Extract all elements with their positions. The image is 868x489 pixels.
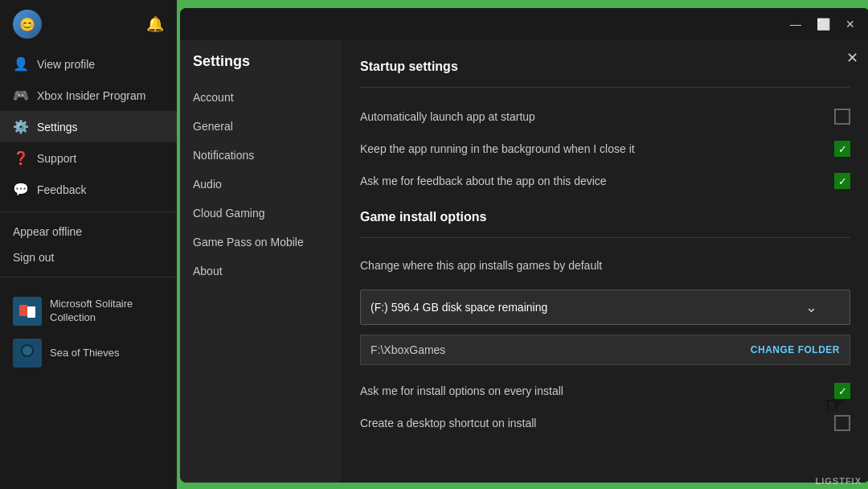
change-folder-button[interactable]: CHANGE FOLDER <box>751 344 840 355</box>
sidebar-games-divider <box>0 277 177 277</box>
feedback-checkbox[interactable]: ✓ <box>834 173 850 189</box>
settings-icon: ⚙️ <box>13 119 29 134</box>
sidebar-games: Microsoft SolitaireCollection Sea of Thi… <box>0 290 177 374</box>
desktop-shortcut-checkbox[interactable] <box>834 415 850 431</box>
sidebar-item-label: View profile <box>37 58 95 71</box>
window-content: Settings Account General Notifications A… <box>180 40 868 483</box>
feedback-icon: 💬 <box>13 182 29 197</box>
setting-keep-running: Keep the app running in the background w… <box>360 133 850 165</box>
settings-nav-notifications[interactable]: Notifications <box>180 141 341 170</box>
settings-nav-game-pass-mobile[interactable]: Game Pass on Mobile <box>180 228 341 257</box>
sidebar-item-support[interactable]: ❓ Support <box>0 142 177 174</box>
avatar-container: 😊 <box>13 10 42 39</box>
auto-launch-checkbox[interactable] <box>834 109 850 125</box>
setting-desktop-shortcut: Create a desktop shortcut on install <box>360 407 850 439</box>
setting-feedback: Ask me for feedback about the app on thi… <box>360 165 850 197</box>
settings-sidebar: Settings Account General Notifications A… <box>180 40 341 483</box>
title-bar-controls: — ⬜ ✕ <box>783 13 863 35</box>
settings-nav-about[interactable]: About <box>180 257 341 286</box>
keep-running-checkbox[interactable]: ✓ <box>834 141 850 157</box>
sidebar-item-label: Support <box>37 152 76 165</box>
sidebar-item-label: Settings <box>37 121 78 134</box>
main-window: — ⬜ ✕ Settings Account General Notificat… <box>180 8 868 483</box>
game-install-divider <box>360 237 850 238</box>
avatar[interactable]: 😊 <box>13 10 42 39</box>
drive-dropdown-value: (F:) 596.4 GB disk space remaining <box>371 301 547 314</box>
game-install-section-title: Game install options <box>360 210 850 224</box>
keep-running-label: Keep the app running in the background w… <box>360 142 834 155</box>
profile-icon: 👤 <box>13 56 29 72</box>
change-location-label: Change where this app installs games by … <box>360 259 850 272</box>
sidebar-game-sot[interactable]: Sea of Thieves <box>0 332 177 374</box>
sidebar-item-settings[interactable]: ⚙️ Settings <box>0 111 177 142</box>
svg-rect-1 <box>19 305 27 316</box>
sidebar-sign-out[interactable]: Sign out <box>0 244 177 270</box>
sidebar-appear-offline[interactable]: Appear offline <box>0 219 177 244</box>
settings-nav-general[interactable]: General <box>180 112 341 141</box>
sot-name: Sea of Thieves <box>50 347 119 360</box>
dropdown-arrow-icon: ⌄ <box>805 298 817 316</box>
sidebar-item-label: Feedback <box>37 183 86 196</box>
install-options-checkbox[interactable]: ✓ <box>834 383 850 399</box>
change-location-row: Change where this app installs games by … <box>360 251 850 280</box>
xbox-icon: 🎮 <box>13 88 29 103</box>
startup-divider <box>360 87 850 88</box>
settings-nav-account[interactable]: Account <box>180 83 341 112</box>
sot-icon <box>13 339 42 368</box>
settings-content: ✕ Startup settings Automatically launch … <box>341 40 868 483</box>
folder-path: F:\XboxGames <box>371 343 445 356</box>
sidebar-item-view-profile[interactable]: 👤 View profile <box>0 48 177 80</box>
sidebar-game-solitaire[interactable]: Microsoft SolitaireCollection <box>0 290 177 332</box>
folder-row: F:\XboxGames CHANGE FOLDER <box>360 335 850 365</box>
feedback-label: Ask me for feedback about the app on thi… <box>360 175 834 187</box>
drive-dropdown[interactable]: (F:) 596.4 GB disk space remaining ⌄ <box>360 290 850 325</box>
support-icon: ❓ <box>13 150 29 166</box>
minimize-button[interactable]: — <box>783 13 809 35</box>
svg-rect-2 <box>27 306 35 318</box>
startup-section-title: Startup settings <box>360 60 850 74</box>
solitaire-icon <box>13 297 42 326</box>
title-bar: — ⬜ ✕ <box>180 8 868 40</box>
setting-auto-launch: Automatically launch app at startup <box>360 101 850 133</box>
notification-bell-icon[interactable]: 🔔 <box>146 15 164 33</box>
sidebar-item-xbox-insider[interactable]: 🎮 Xbox Insider Program <box>0 80 177 111</box>
solitaire-name: Microsoft SolitaireCollection <box>50 298 133 325</box>
settings-nav-audio[interactable]: Audio <box>180 170 341 199</box>
app-sidebar: 😊 🔔 👤 View profile 🎮 Xbox Insider Progra… <box>0 0 177 489</box>
close-button[interactable]: ✕ <box>837 13 863 35</box>
sidebar-divider <box>0 212 177 212</box>
maximize-button[interactable]: ⬜ <box>810 13 836 35</box>
svg-point-5 <box>23 346 32 355</box>
sidebar-item-feedback[interactable]: 💬 Feedback <box>0 174 177 205</box>
drive-dropdown-container: (F:) 596.4 GB disk space remaining ⌄ <box>360 290 850 325</box>
auto-launch-label: Automatically launch app at startup <box>360 110 834 123</box>
watermark: LIGSTFIX <box>816 476 862 486</box>
desktop-shortcut-label: Create a desktop shortcut on install <box>360 417 834 429</box>
install-options-label: Ask me for install options on every inst… <box>360 384 834 397</box>
dialog-close-button[interactable]: ✕ <box>839 45 865 71</box>
sidebar-header: 😊 🔔 <box>0 0 177 48</box>
settings-nav-cloud-gaming[interactable]: Cloud Gaming <box>180 199 341 228</box>
setting-install-options: Ask me for install options on every inst… <box>360 375 850 407</box>
sidebar-item-label: Xbox Insider Program <box>37 89 145 102</box>
settings-title: Settings <box>180 53 341 83</box>
